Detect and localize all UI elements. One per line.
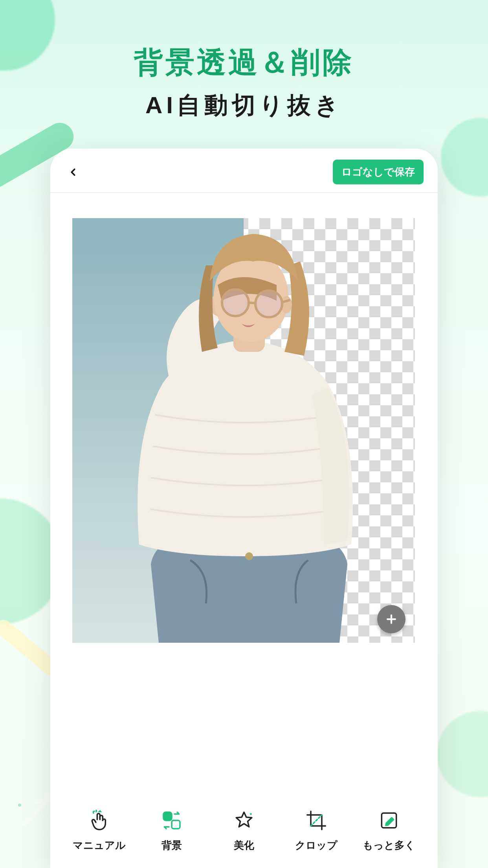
tool-manual[interactable]: マニュアル: [68, 808, 130, 852]
svg-line-10: [249, 303, 255, 303]
phone-mockup: ロゴなしで保存: [50, 149, 438, 868]
svg-rect-16: [172, 820, 180, 829]
chevron-left-icon: [67, 166, 79, 178]
headline: 背景透過＆削除 AI自動切り抜き: [0, 43, 488, 121]
svg-point-9: [255, 291, 282, 317]
canvas-container: [50, 193, 438, 643]
crop-icon: [304, 808, 329, 833]
decor-blob: [437, 711, 488, 797]
svg-point-4: [18, 804, 21, 807]
tool-crop[interactable]: クロップ: [285, 808, 348, 852]
tool-label: 背景: [161, 839, 182, 852]
tool-label: クロップ: [295, 839, 338, 852]
decor-blob: [441, 118, 488, 197]
tool-more[interactable]: もっと多く: [358, 808, 420, 852]
svg-line-0: [24, 801, 47, 825]
svg-line-11: [282, 300, 290, 302]
tool-label: マニュアル: [73, 839, 126, 852]
background-swap-icon: [159, 808, 184, 833]
tool-background[interactable]: 背景: [140, 808, 203, 852]
svg-point-7: [281, 296, 292, 313]
star-sparkle-icon: [231, 808, 257, 833]
image-canvas[interactable]: [72, 218, 415, 643]
app-topbar: ロゴなしで保存: [50, 149, 438, 193]
headline-subtitle: AI自動切り抜き: [0, 90, 488, 121]
tool-beautify[interactable]: 美化: [213, 808, 275, 852]
plus-icon: [385, 612, 398, 626]
svg-point-17: [250, 813, 252, 815]
original-background-half: [72, 218, 244, 643]
tool-label: もっと多く: [363, 839, 415, 852]
svg-point-12: [245, 552, 253, 560]
hand-tap-icon: [86, 808, 112, 833]
headline-title: 背景透過＆削除: [0, 43, 488, 83]
bottom-toolbar: マニュアル 背景: [50, 808, 438, 852]
add-layer-button[interactable]: [377, 605, 405, 633]
tool-label: 美化: [234, 839, 254, 852]
edit-note-icon: [376, 808, 402, 833]
back-button[interactable]: [64, 164, 82, 181]
svg-rect-15: [163, 812, 172, 820]
save-without-logo-button[interactable]: ロゴなしで保存: [333, 160, 424, 184]
svg-line-18: [311, 815, 322, 826]
promo-background: 背景透過＆削除 AI自動切り抜き ロゴなしで保存: [0, 0, 488, 868]
